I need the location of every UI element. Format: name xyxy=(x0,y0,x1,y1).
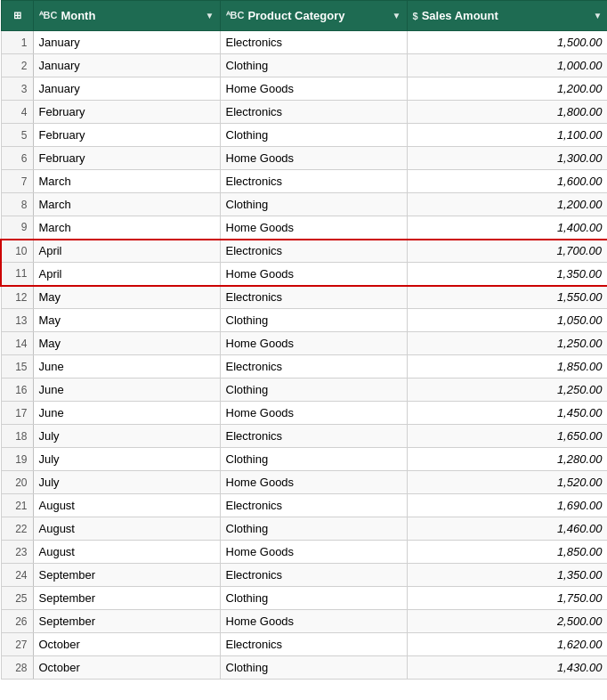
sales-cell: 1,100.00 xyxy=(407,124,607,147)
category-cell: Electronics xyxy=(220,494,407,517)
category-cell: Clothing xyxy=(220,656,407,680)
row-number: 5 xyxy=(1,124,33,147)
table-row: 7MarchElectronics1,600.00 xyxy=(1,170,607,193)
row-number: 14 xyxy=(1,332,33,355)
category-cell: Electronics xyxy=(220,101,407,124)
row-number: 15 xyxy=(1,355,33,378)
table-row: 10AprilElectronics1,700.00 xyxy=(1,240,607,263)
sales-cell: 1,850.00 xyxy=(407,355,607,378)
table-row: 3JanuaryHome Goods1,200.00 xyxy=(1,77,607,101)
sales-cell: 1,350.00 xyxy=(407,564,607,587)
month-cell: September xyxy=(33,610,220,633)
category-cell: Electronics xyxy=(220,425,407,448)
sales-cell: 1,400.00 xyxy=(407,216,607,240)
sales-cell: 1,200.00 xyxy=(407,193,607,216)
sales-header[interactable]: $ Sales Amount ▼ xyxy=(407,1,607,31)
category-cell: Clothing xyxy=(220,587,407,610)
month-cell: March xyxy=(33,193,220,216)
table-row: 27OctoberElectronics1,620.00 xyxy=(1,633,607,656)
table-row: 28OctoberClothing1,430.00 xyxy=(1,656,607,680)
row-number: 8 xyxy=(1,193,33,216)
month-cell: October xyxy=(33,633,220,656)
row-number: 19 xyxy=(1,448,33,471)
sales-cell: 1,550.00 xyxy=(407,286,607,309)
month-header-label: Month xyxy=(61,9,95,22)
category-cell: Clothing xyxy=(220,309,407,332)
sales-cell: 1,200.00 xyxy=(407,77,607,101)
sales-cell: 1,460.00 xyxy=(407,517,607,541)
dollar-icon: $ xyxy=(413,11,418,21)
row-number: 22 xyxy=(1,517,33,541)
row-number: 1 xyxy=(1,31,33,54)
table-row: 9MarchHome Goods1,400.00 xyxy=(1,216,607,240)
category-dropdown-icon[interactable]: ▼ xyxy=(393,11,401,20)
sales-dropdown-icon[interactable]: ▼ xyxy=(594,11,603,20)
abc-icon-category: ᴬBC xyxy=(226,10,245,21)
row-number: 21 xyxy=(1,494,33,517)
row-number: 11 xyxy=(1,263,33,286)
table-row: 17JuneHome Goods1,450.00 xyxy=(1,402,607,425)
month-cell: September xyxy=(33,564,220,587)
month-cell: July xyxy=(33,471,220,494)
sales-cell: 1,690.00 xyxy=(407,494,607,517)
month-cell: July xyxy=(33,448,220,471)
row-number: 18 xyxy=(1,425,33,448)
table-row: 16JuneClothing1,250.00 xyxy=(1,378,607,402)
table-row: 14MayHome Goods1,250.00 xyxy=(1,332,607,355)
month-cell: April xyxy=(33,240,220,263)
row-number: 10 xyxy=(1,240,33,263)
sales-cell: 2,500.00 xyxy=(407,610,607,633)
row-number: 26 xyxy=(1,610,33,633)
table-row: 23AugustHome Goods1,850.00 xyxy=(1,541,607,564)
month-dropdown-icon[interactable]: ▼ xyxy=(206,11,214,20)
month-cell: May xyxy=(33,286,220,309)
category-cell: Electronics xyxy=(220,240,407,263)
sales-cell: 1,750.00 xyxy=(407,587,607,610)
row-number: 12 xyxy=(1,286,33,309)
category-cell: Clothing xyxy=(220,124,407,147)
month-cell: April xyxy=(33,263,220,286)
abc-icon-month: ᴬBC xyxy=(39,10,58,21)
month-cell: January xyxy=(33,54,220,77)
table-row: 8MarchClothing1,200.00 xyxy=(1,193,607,216)
sales-cell: 1,250.00 xyxy=(407,332,607,355)
row-number: 3 xyxy=(1,77,33,101)
row-number: 20 xyxy=(1,471,33,494)
category-cell: Clothing xyxy=(220,54,407,77)
row-number: 23 xyxy=(1,541,33,564)
category-cell: Home Goods xyxy=(220,471,407,494)
row-number: 13 xyxy=(1,309,33,332)
category-cell: Home Goods xyxy=(220,402,407,425)
row-number: 25 xyxy=(1,587,33,610)
category-cell: Home Goods xyxy=(220,263,407,286)
category-cell: Clothing xyxy=(220,378,407,402)
category-cell: Electronics xyxy=(220,286,407,309)
month-cell: February xyxy=(33,101,220,124)
month-cell: February xyxy=(33,147,220,170)
row-number: 28 xyxy=(1,656,33,680)
row-number: 2 xyxy=(1,54,33,77)
table-row: 19JulyClothing1,280.00 xyxy=(1,448,607,471)
row-number: 4 xyxy=(1,101,33,124)
month-cell: January xyxy=(33,31,220,54)
sales-cell: 1,350.00 xyxy=(407,263,607,286)
month-header[interactable]: ᴬBC Month ▼ xyxy=(33,1,220,31)
sales-cell: 1,280.00 xyxy=(407,448,607,471)
spreadsheet-container: ⊞ ᴬBC Month ▼ ᴬBC Product Category ▼ xyxy=(0,0,607,680)
table-row: 2JanuaryClothing1,000.00 xyxy=(1,54,607,77)
category-cell: Electronics xyxy=(220,564,407,587)
sales-cell: 1,520.00 xyxy=(407,471,607,494)
table-row: 18JulyElectronics1,650.00 xyxy=(1,425,607,448)
sales-cell: 1,250.00 xyxy=(407,378,607,402)
corner-cell: ⊞ xyxy=(1,1,33,31)
table-row: 11AprilHome Goods1,350.00 xyxy=(1,263,607,286)
category-cell: Home Goods xyxy=(220,77,407,101)
month-cell: July xyxy=(33,425,220,448)
category-header[interactable]: ᴬBC Product Category ▼ xyxy=(220,1,407,31)
category-cell: Clothing xyxy=(220,517,407,541)
category-cell: Electronics xyxy=(220,170,407,193)
month-cell: October xyxy=(33,656,220,680)
row-number: 24 xyxy=(1,564,33,587)
category-header-label: Product Category xyxy=(247,9,344,22)
month-cell: March xyxy=(33,216,220,240)
